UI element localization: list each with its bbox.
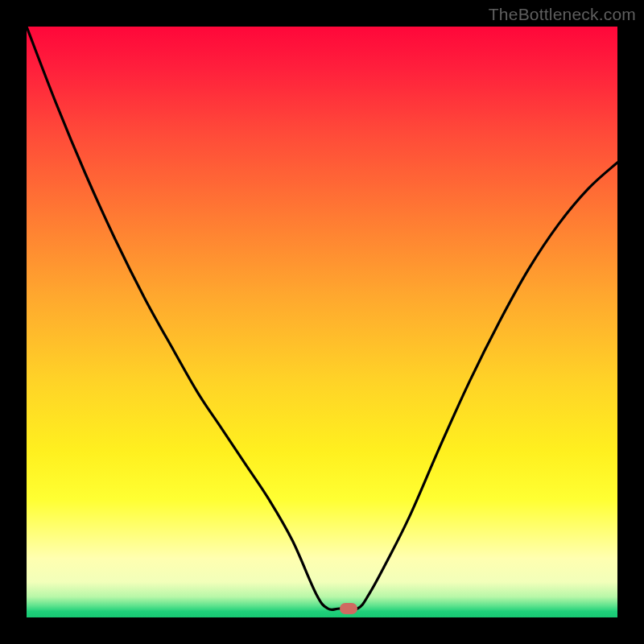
- bottleneck-curve: [27, 27, 617, 617]
- minimum-marker: [340, 603, 357, 614]
- chart-stage: TheBottleneck.com: [0, 0, 644, 644]
- plot-area: [27, 27, 617, 617]
- watermark-text: TheBottleneck.com: [489, 5, 636, 24]
